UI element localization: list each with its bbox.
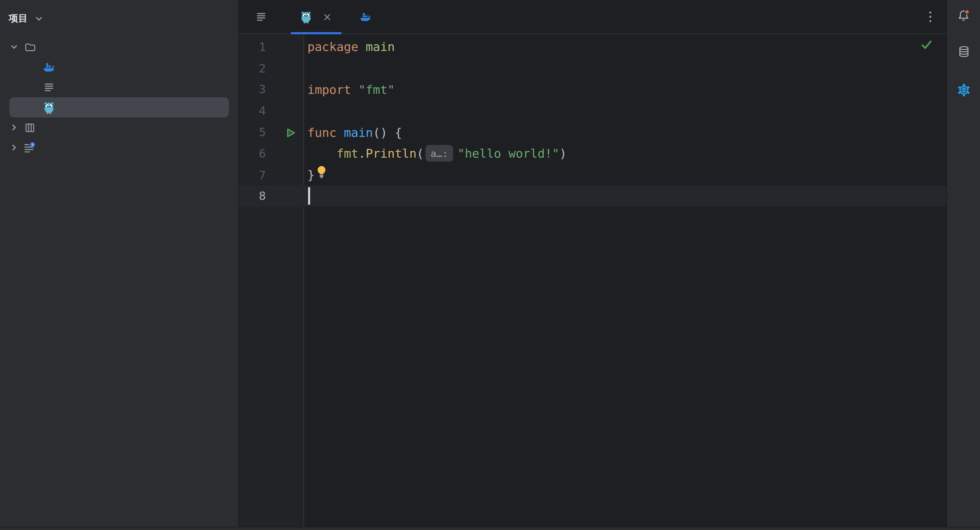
code-token: func: [307, 125, 337, 139]
text-caret: [308, 187, 310, 205]
tree-item-scratches-and-consoles[interactable]: [0, 138, 229, 158]
tab-main-go[interactable]: [286, 0, 346, 33]
line-number-2: 2: [239, 58, 304, 79]
gopher-gear-icon: [957, 83, 970, 97]
scratches-icon: [24, 141, 36, 154]
gopher-icon: [301, 10, 312, 23]
tab-go-mod[interactable]: [242, 0, 286, 33]
chevron-right-icon[interactable]: [9, 122, 19, 133]
right-toolbar: [947, 0, 980, 527]
code-line-6: fmt.Println(a…:"hello world!"): [304, 143, 947, 164]
code-token: }: [307, 168, 315, 182]
close-icon[interactable]: [322, 12, 332, 21]
code-token: ): [560, 147, 567, 161]
bell-icon: [957, 9, 970, 22]
code-token: "fmt": [358, 83, 395, 97]
tab-dockerfile[interactable]: [346, 0, 391, 33]
notifications-button[interactable]: [952, 4, 975, 27]
go-plugin-button[interactable]: [952, 78, 975, 101]
code-token: main: [366, 40, 395, 54]
intention-bulb-icon[interactable]: [315, 168, 327, 181]
editor-body: 12345678 package mainimport "fmt"func ma…: [239, 34, 947, 527]
tree-item-leetcode-root[interactable]: [0, 37, 229, 57]
editor-tabbar: [239, 0, 947, 34]
code-editor[interactable]: package mainimport "fmt"func main() { fm…: [304, 36, 947, 207]
code-line-7: }: [304, 164, 947, 186]
code-token: .: [358, 147, 366, 161]
run-icon[interactable]: [286, 127, 296, 137]
code-token: import: [307, 83, 351, 97]
status-bar-edge: [0, 527, 980, 530]
project-panel-header[interactable]: 项目: [0, 0, 238, 37]
chevron-down-icon[interactable]: [9, 41, 19, 52]
code-token: [351, 83, 358, 97]
docker-icon: [360, 10, 371, 23]
project-tree: [0, 37, 238, 158]
code-line-2: [304, 58, 947, 79]
code-line-8: [304, 186, 947, 207]
ide-window: 项目 12345678 package mainimport "fmt"func…: [0, 0, 980, 530]
editor-gutter: 12345678: [239, 36, 304, 207]
code-token: main: [344, 125, 373, 139]
project-tool-window: 项目: [0, 0, 239, 527]
project-panel-title: 项目: [9, 13, 28, 24]
gopher-icon: [43, 101, 55, 113]
parameter-name-inlay-hint[interactable]: a…:: [426, 145, 453, 162]
code-token: package: [307, 40, 358, 54]
code-token: (: [417, 147, 424, 161]
tree-item-main-go[interactable]: [10, 97, 229, 117]
more-options-kebab-icon[interactable]: [922, 9, 939, 25]
tree-item-dockerfile[interactable]: [0, 57, 229, 77]
code-token: fmt: [337, 147, 358, 161]
code-token: [307, 147, 337, 161]
code-line-5: func main() {: [304, 121, 947, 143]
editor-area: 12345678 package mainimport "fmt"func ma…: [239, 0, 947, 527]
list-lines-icon: [256, 10, 267, 23]
line-number-4: 4: [239, 100, 304, 122]
line-number-7: 7: [239, 164, 304, 186]
docker-icon: [43, 61, 55, 73]
database-icon: [958, 46, 970, 58]
list-lines-icon: [43, 81, 55, 93]
code-token: [337, 125, 344, 139]
active-tab-underline: [291, 32, 342, 34]
database-button[interactable]: [952, 40, 975, 63]
library-icon: [24, 121, 36, 133]
line-number-3: 3: [239, 79, 304, 100]
chevron-down-icon: [34, 13, 45, 24]
line-number-1: 1: [239, 36, 304, 58]
line-number-8: 8: [239, 186, 304, 207]
code-line-1: package main: [304, 36, 947, 58]
line-number-5: 5: [239, 121, 304, 143]
code-line-4: [304, 100, 947, 122]
code-line-3: import "fmt": [304, 79, 947, 100]
code-token: Println: [366, 147, 417, 161]
tree-item-go-mod[interactable]: [0, 77, 229, 97]
code-token: () {: [373, 125, 402, 139]
chevron-right-icon[interactable]: [9, 142, 19, 153]
code-token: [358, 40, 366, 54]
folder-icon: [24, 41, 36, 53]
code-token: "hello world!": [457, 147, 559, 161]
tree-item-external-libraries[interactable]: [0, 117, 229, 138]
line-number-6: 6: [239, 143, 304, 164]
